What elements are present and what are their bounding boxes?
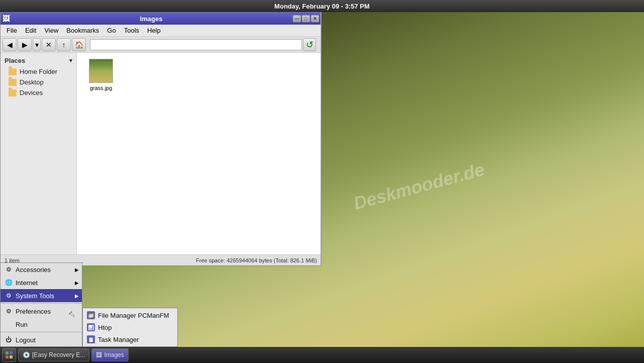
menubar: File Edit View Bookmarks Go Tools Help: [1, 25, 321, 37]
addressbar: /home/neosmart/Images ↺: [88, 38, 318, 52]
file-name: grass.jpg: [90, 85, 113, 91]
menu-go[interactable]: Go: [103, 26, 120, 35]
start-icon: [5, 351, 13, 359]
up-button[interactable]: ↑: [57, 38, 71, 51]
go-button[interactable]: ↺: [303, 38, 316, 51]
preferences-label: Preferences: [16, 308, 51, 315]
taskbar-item-recovery-icon: 💿: [23, 351, 30, 358]
run-icon: [5, 320, 13, 328]
file-item-grass[interactable]: grass.jpg: [81, 57, 121, 93]
run-label: Run: [16, 321, 28, 328]
menu-item-internet[interactable]: 🌐 Internet ▶: [1, 276, 82, 289]
taskbar-item-recovery[interactable]: 💿 [Easy Recovery E...: [18, 348, 89, 361]
file-content-area[interactable]: grass.jpg: [77, 53, 321, 254]
sidebar-item-devices[interactable]: Devices: [1, 87, 76, 98]
datetime-display: Monday, February 09 - 3:57 PM: [274, 3, 370, 10]
sidebar-item-home[interactable]: Home Folder: [1, 66, 76, 77]
task-manager-icon: 📋: [87, 335, 95, 343]
titlebar: 🖼 Images — □ ✕: [1, 13, 321, 25]
taskbar-item-images-icon: 🖼: [96, 351, 102, 358]
logout-icon: ⏻: [5, 336, 13, 344]
system-tools-arrow: ▶: [75, 293, 79, 299]
menu-item-logout[interactable]: ⏻ Logout: [1, 333, 82, 346]
sidebar: Places ▾ Home Folder Desktop Devices: [1, 53, 77, 254]
places-label: Places: [5, 57, 25, 64]
fm-body: Places ▾ Home Folder Desktop Devices g: [1, 53, 321, 254]
menu-separator-2: [1, 332, 82, 332]
forward-button[interactable]: ▶: [18, 38, 32, 51]
taskbar-bottom: 💿 [Easy Recovery E... 🖼 Images: [0, 347, 644, 363]
free-space: Free space: 4265944064 bytes (Total: 826…: [196, 257, 317, 263]
logout-label: Logout: [16, 336, 36, 344]
accessories-label: Accessories: [16, 266, 51, 274]
task-manager-label: Task Manager: [98, 336, 139, 343]
system-tools-icon: ⚙: [5, 292, 13, 300]
start-button[interactable]: [2, 348, 16, 362]
htop-label: Htop: [98, 324, 112, 331]
window-controls: — □ ✕: [293, 15, 319, 22]
svg-rect-2: [6, 355, 9, 358]
devices-folder-icon: [9, 89, 17, 97]
menu-item-system-tools[interactable]: ⚙ System Tools ▶: [1, 289, 82, 302]
submenu-system-tools: 📁 File Manager PCManFM 📊 Htop 📋 Task Man…: [82, 308, 178, 347]
internet-icon: 🌐: [5, 279, 13, 287]
sidebar-item-devices-label: Devices: [20, 89, 43, 97]
file-manager-icon: 📁: [87, 311, 95, 319]
internet-arrow: ▶: [75, 280, 79, 286]
stop-button[interactable]: ✕: [42, 38, 56, 51]
internet-label: Internet: [16, 279, 38, 287]
menu-item-preferences[interactable]: ⚙ Preferences: [1, 305, 82, 318]
desktop-folder-icon: [9, 79, 17, 86]
maximize-button[interactable]: □: [302, 15, 310, 22]
close-button[interactable]: ✕: [311, 15, 319, 22]
menu-separator-1: [1, 303, 82, 304]
menu-item-run[interactable]: Run: [1, 318, 82, 331]
system-tools-label: System Tools: [16, 292, 54, 300]
window-app-icon: 🖼: [3, 15, 10, 23]
menu-tools[interactable]: Tools: [120, 26, 143, 35]
menu-help[interactable]: Help: [143, 26, 165, 35]
preferences-icon: ⚙: [5, 307, 13, 315]
menu-edit[interactable]: Edit: [21, 26, 40, 35]
menu-view[interactable]: View: [40, 26, 62, 35]
svg-rect-0: [6, 351, 9, 354]
svg-rect-3: [10, 355, 13, 358]
places-collapse-icon[interactable]: ▾: [69, 57, 72, 64]
start-menu: ⚙ Accessories ▶ 🌐 Internet ▶ ⚙ System To…: [0, 262, 82, 347]
dropdown-button[interactable]: ▾: [33, 38, 41, 51]
sidebar-item-desktop-label: Desktop: [20, 78, 44, 86]
htop-icon: 📊: [87, 323, 95, 331]
places-header[interactable]: Places ▾: [1, 55, 76, 66]
accessories-icon: ⚙: [5, 265, 13, 274]
submenu-htop[interactable]: 📊 Htop: [83, 321, 177, 333]
home-button[interactable]: 🏠: [72, 38, 86, 51]
file-manager-label: File Manager PCManFM: [98, 312, 169, 319]
submenu-file-manager[interactable]: 📁 File Manager PCManFM: [83, 309, 177, 321]
sidebar-item-home-label: Home Folder: [20, 68, 57, 75]
menu-item-accessories[interactable]: ⚙ Accessories ▶: [1, 263, 82, 276]
sidebar-item-desktop[interactable]: Desktop: [1, 77, 76, 87]
submenu-task-manager[interactable]: 📋 Task Manager: [83, 333, 177, 345]
file-thumbnail: [89, 59, 113, 83]
taskbar-item-images-label: Images: [104, 351, 124, 358]
taskbar-item-recovery-label: [Easy Recovery E...: [32, 351, 85, 358]
accessories-arrow: ▶: [75, 267, 79, 273]
svg-rect-1: [10, 351, 13, 354]
taskbar-top: Monday, February 09 - 3:57 PM: [0, 0, 644, 12]
address-input[interactable]: /home/neosmart/Images: [90, 39, 302, 50]
file-manager-window: 🖼 Images — □ ✕ File Edit View Bookmarks …: [0, 12, 321, 266]
taskbar-item-images[interactable]: 🖼 Images: [91, 348, 128, 361]
back-button[interactable]: ◀: [3, 38, 17, 51]
minimize-button[interactable]: —: [293, 15, 301, 22]
toolbar: ◀ ▶ ▾ ✕ ↑ 🏠 /home/neosmart/Images ↺: [1, 37, 321, 53]
home-folder-icon: [9, 68, 17, 75]
menu-bookmarks[interactable]: Bookmarks: [62, 26, 103, 35]
menu-file[interactable]: File: [3, 26, 21, 35]
window-title: Images: [10, 15, 293, 23]
